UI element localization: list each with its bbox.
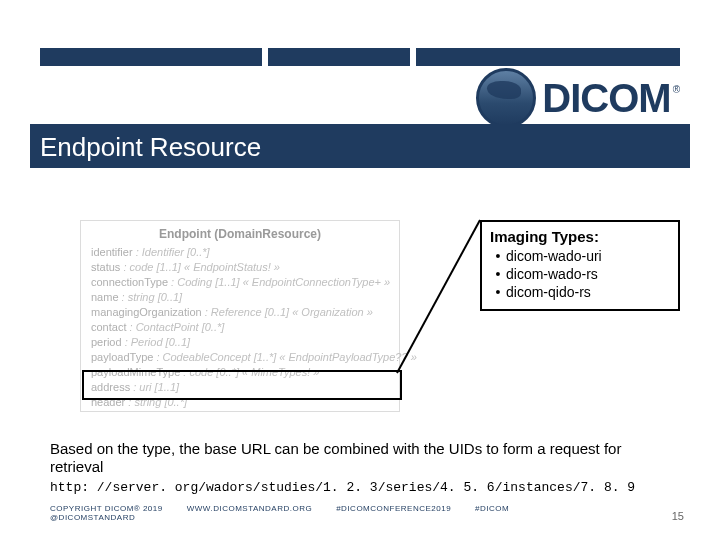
- diagram-attribute-row: contact : ContactPoint [0..*]: [91, 320, 389, 335]
- page-number: 15: [672, 510, 684, 522]
- registered-mark: ®: [673, 84, 680, 95]
- diagram-attribute-row: period : Period [0..1]: [91, 335, 389, 350]
- diagram-attribute-row: payloadType : CodeableConcept [1..*] « E…: [91, 350, 389, 365]
- top-accent-bar: [40, 48, 680, 66]
- slide-title: Endpoint Resource: [30, 124, 690, 168]
- globe-icon: [476, 68, 536, 128]
- diagram-attribute-row: header : string [0..*]: [91, 395, 389, 410]
- diagram-heading: Endpoint (DomainResource): [91, 227, 389, 241]
- diagram-attribute-row: managingOrganization : Reference [0..1] …: [91, 305, 389, 320]
- top-accent-tick: [410, 48, 416, 66]
- callout-item: dicom-wado-rs: [490, 265, 670, 283]
- imaging-types-callout: Imaging Types: dicom-wado-uridicom-wado-…: [480, 220, 680, 311]
- resource-diagram: Endpoint (DomainResource) identifier : I…: [80, 220, 400, 412]
- slide-title-text: Endpoint Resource: [40, 132, 261, 162]
- brand-logo: DICOM ®: [476, 68, 680, 128]
- body-text: Based on the type, the base URL can be c…: [50, 440, 670, 476]
- diagram-attribute-row: identifier : Identifier [0..*]: [91, 245, 389, 260]
- callout-item: dicom-wado-uri: [490, 247, 670, 265]
- diagram-attribute-row: status : code [1..1] « EndpointStatus! »: [91, 260, 389, 275]
- footer-copyright: COPYRIGHT DICOM® 2019 @DICOMSTANDARD: [50, 504, 163, 522]
- footer-hashtag: #DICOM: [475, 504, 509, 513]
- diagram-attribute-row: connectionType : Coding [1..1] « Endpoin…: [91, 275, 389, 290]
- diagram-attribute-row: name : string [0..1]: [91, 290, 389, 305]
- footer-url: WWW.DICOMSTANDARD.ORG: [187, 504, 312, 513]
- diagram-attribute-row: address : uri [1..1]: [91, 380, 389, 395]
- callout-item: dicom-qido-rs: [490, 283, 670, 301]
- footer-hashtag: #DICOMCONFERENCE2019: [336, 504, 451, 513]
- diagram-attribute-row: payloadMimeType : code [0..*] « MimeType…: [91, 365, 389, 380]
- brand-name: DICOM: [542, 76, 670, 121]
- example-url: http: //server. org/wadors/studies/1. 2.…: [50, 480, 635, 495]
- callout-title: Imaging Types:: [490, 228, 670, 245]
- top-accent-tick: [262, 48, 268, 66]
- footer: COPYRIGHT DICOM® 2019 @DICOMSTANDARD WWW…: [50, 504, 680, 522]
